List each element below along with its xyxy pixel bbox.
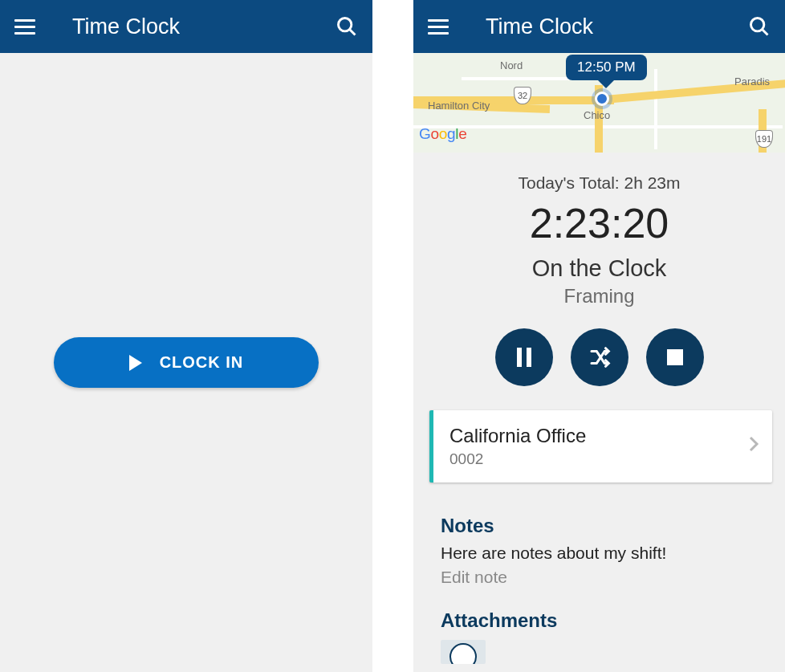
- attachment-icon: [449, 643, 477, 664]
- clock-controls: [413, 328, 785, 386]
- svg-point-2: [751, 18, 764, 31]
- attachment-thumbnail[interactable]: [441, 640, 486, 664]
- pause-icon: [517, 348, 531, 367]
- current-task: Framing: [413, 285, 785, 307]
- screen-clocked-out: Time Clock CLOCK IN: [0, 0, 372, 672]
- elapsed-timer: 2:23:20: [413, 199, 785, 247]
- switch-button[interactable]: [571, 328, 628, 386]
- clocked-in-body: Today's Total: 2h 23m 2:23:20 On the Clo…: [413, 153, 785, 664]
- pause-button[interactable]: [495, 328, 553, 386]
- screen-clocked-in: Time Clock Nord Hamilton City Chico Para…: [413, 0, 785, 672]
- chevron-right-icon: [748, 436, 759, 457]
- shuffle-icon: [588, 345, 612, 369]
- map-label-paradise: Paradis: [734, 75, 770, 88]
- menu-icon[interactable]: [428, 14, 452, 39]
- today-total-label: Today's Total: 2h 23m: [413, 173, 785, 193]
- attachments-header: Attachments: [441, 609, 785, 632]
- google-logo: Google: [419, 125, 467, 143]
- page-title: Time Clock: [486, 14, 593, 39]
- map-pin-time: 12:50 PM: [566, 55, 647, 80]
- location-code: 0002: [449, 450, 758, 468]
- edit-note-link[interactable]: Edit note: [441, 568, 785, 587]
- map-label-hamilton: Hamilton City: [428, 100, 490, 112]
- stop-button[interactable]: [646, 328, 704, 386]
- map-label-nord: Nord: [500, 59, 523, 71]
- clock-status: On the Clock: [413, 255, 785, 282]
- menu-icon[interactable]: [14, 14, 39, 39]
- search-icon[interactable]: [748, 15, 771, 38]
- location-map[interactable]: Nord Hamilton City Chico Paradis 32 191 …: [413, 53, 785, 153]
- svg-point-0: [339, 18, 352, 31]
- clock-in-button[interactable]: CLOCK IN: [54, 337, 319, 388]
- map-label-chico: Chico: [584, 109, 610, 121]
- clocked-out-body: CLOCK IN: [0, 53, 372, 672]
- search-icon[interactable]: [336, 15, 358, 38]
- location-name: California Office: [449, 425, 758, 447]
- page-title: Time Clock: [72, 14, 180, 39]
- app-bar: Time Clock: [0, 0, 372, 53]
- note-body: Here are notes about my shift!: [441, 544, 785, 563]
- clock-in-label: CLOCK IN: [160, 353, 244, 372]
- svg-line-1: [350, 30, 356, 35]
- notes-header: Notes: [441, 515, 785, 537]
- location-card[interactable]: California Office 0002: [429, 410, 772, 483]
- svg-line-3: [763, 30, 768, 35]
- play-icon: [129, 355, 142, 371]
- app-bar: Time Clock: [413, 0, 785, 53]
- map-pin-icon: [595, 92, 609, 106]
- notes-section: Notes Here are notes about my shift! Edi…: [441, 515, 785, 664]
- stop-icon: [667, 349, 683, 365]
